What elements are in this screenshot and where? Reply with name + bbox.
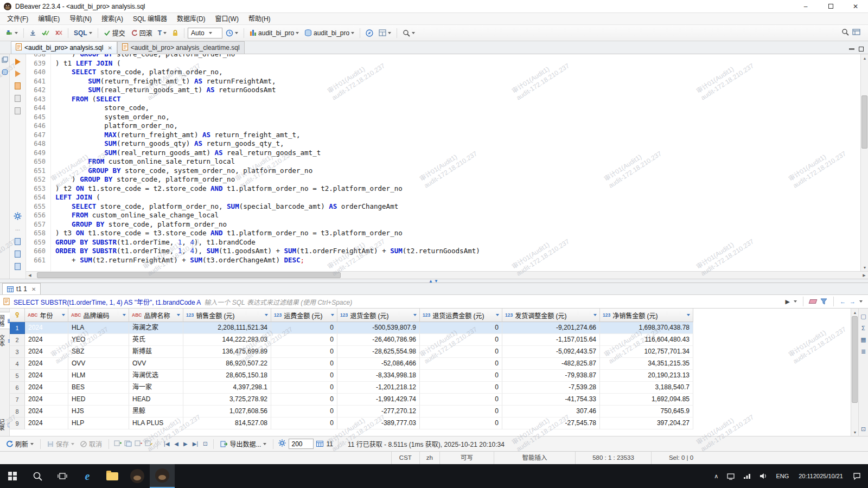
cell[interactable]: 2024 [25, 370, 68, 382]
cell[interactable]: -1,991,429.74 [337, 394, 420, 406]
history-forward-icon[interactable]: → [850, 298, 856, 305]
lock-button[interactable] [170, 28, 181, 37]
tray-expand-chevron[interactable]: ∧ [710, 464, 723, 488]
editor-code[interactable]: ) GROUP BY store_code, platform_order_no… [51, 54, 860, 271]
output-log-icon[interactable] [15, 263, 21, 270]
edit-value-icon[interactable] [145, 440, 152, 448]
editor-horizontal-scrollbar[interactable]: ◀ ▶ [26, 271, 868, 279]
cell[interactable]: 斯搏兹 [129, 346, 183, 358]
disconnect-button[interactable] [53, 28, 65, 37]
column-header-3[interactable]: 123销售金额 (元) [183, 309, 271, 322]
connect-button[interactable] [27, 28, 39, 37]
tray-device-icon[interactable] [723, 464, 739, 488]
add-row-icon[interactable] [114, 440, 122, 448]
execute-query-icon[interactable] [15, 59, 21, 65]
column-header-8[interactable]: 123净销售金额 (元) [600, 309, 693, 322]
column-filter-caret[interactable] [593, 314, 597, 316]
scroll-left-arrow[interactable]: ◀ [26, 272, 34, 279]
cell[interactable]: SBZ [68, 346, 129, 358]
cell[interactable]: 0 [271, 394, 337, 406]
cell[interactable]: OVV [68, 358, 129, 370]
schema-select[interactable]: audit_bi_pro [302, 28, 356, 38]
cell[interactable]: YEO [68, 334, 129, 346]
cell[interactable]: 136,475,699.89 [183, 346, 271, 358]
apply-filter-icon[interactable]: ▶ [786, 298, 790, 305]
column-filter-caret[interactable] [413, 314, 417, 316]
cell[interactable]: -482,825.87 [502, 358, 600, 370]
dbeaver-active-taskbar-button[interactable] [150, 464, 175, 488]
cell[interactable]: 0 [420, 370, 502, 382]
menu-item-7[interactable]: 帮助(H) [244, 13, 276, 25]
cell[interactable]: 102,757,701.34 [600, 346, 693, 358]
maximize-view-icon[interactable] [859, 47, 864, 52]
result-settings-gear-icon[interactable] [278, 439, 286, 448]
cell[interactable]: -1,201,218.12 [337, 382, 420, 394]
cell[interactable]: -26,460,786.96 [337, 334, 420, 346]
editor-tab-1[interactable]: <audit_bi_pro> analysis_cleartime.sql [117, 41, 245, 54]
minimize-button[interactable]: – [793, 0, 818, 12]
metadata-panel-icon[interactable]: ▦ [860, 336, 866, 343]
column-header-5[interactable]: 123退货金额 (元) [337, 309, 420, 322]
cell[interactable]: 2024 [25, 406, 68, 418]
editor-tab-0[interactable]: <audit_bi_pro> analysis.sql✕ [11, 41, 117, 54]
cell[interactable]: 3,188,540.7 [600, 382, 693, 394]
cell[interactable]: 307.46 [502, 406, 600, 418]
cell[interactable]: 2024 [25, 418, 68, 429]
cell[interactable]: 28,605,150.18 [183, 370, 271, 382]
column-filter-caret[interactable] [331, 314, 334, 316]
cell[interactable]: -28,625,554.98 [337, 346, 420, 358]
aggregate-panel-icon[interactable]: Σ [861, 325, 865, 331]
column-header-7[interactable]: 123发货调整金额 (元) [502, 309, 600, 322]
cell[interactable]: -500,539,807.9 [337, 322, 420, 334]
cell[interactable]: 2024 [25, 322, 68, 334]
history-caret[interactable] [859, 300, 863, 303]
cell[interactable]: -277,270.12 [337, 406, 420, 418]
cell[interactable]: -5,092,443.57 [502, 346, 600, 358]
table-row[interactable]: 22024YEO英氏144,222,283.030-26,460,786.960… [10, 334, 851, 346]
quick-access-search-icon[interactable] [841, 28, 849, 37]
table-row[interactable]: 52024HLM海澜优选28,605,150.180-8,334,998.180… [10, 370, 851, 382]
cell[interactable]: OVV [129, 358, 183, 370]
filter-placeholder[interactable]: 输入一个 SQL 表达式来过滤结果 (使用 Ctrl+Space) [204, 297, 782, 306]
cell[interactable]: 0 [271, 334, 337, 346]
fetch-size-input[interactable] [289, 439, 314, 449]
close-button[interactable]: ✕ [843, 0, 868, 12]
cell[interactable]: 0 [271, 418, 337, 429]
cell[interactable]: HLA PLUS [129, 418, 183, 429]
column-filter-caret[interactable] [177, 314, 180, 316]
filter-history-caret[interactable] [794, 300, 797, 303]
scroll-down-arrow[interactable]: ▼ [861, 264, 868, 271]
cell[interactable]: 2024 [25, 358, 68, 370]
cell[interactable]: 814,527.08 [183, 418, 271, 429]
cell[interactable]: 2024 [25, 346, 68, 358]
clock[interactable]: 20:11 2025/10/21 [793, 464, 848, 488]
cell[interactable]: 英氏 [129, 334, 183, 346]
column-header-6[interactable]: 123退货运费金额 (元) [420, 309, 502, 322]
cell[interactable]: 20,190,213.13 [600, 370, 693, 382]
cell[interactable]: 2024 [25, 394, 68, 406]
cell[interactable]: -389,777.03 [337, 418, 420, 429]
table-row[interactable]: 42024OVVOVV86,920,507.220-52,086,4660-48… [10, 358, 851, 370]
column-filter-caret[interactable] [496, 314, 499, 316]
execute-script-icon[interactable] [15, 82, 21, 89]
minimize-view-icon[interactable] [849, 48, 854, 50]
cell[interactable]: HJS [68, 406, 129, 418]
database-select[interactable]: audit_bi_pro [247, 28, 301, 38]
cell[interactable]: 0 [420, 406, 502, 418]
cell[interactable]: 116,604,480.43 [600, 334, 693, 346]
grid-corner-cell[interactable] [10, 309, 25, 322]
menu-item-4[interactable]: SQL 编辑器 [128, 13, 172, 25]
refresh-button[interactable]: 刷新 [4, 438, 35, 450]
table-row[interactable]: 62024BES海一家4,397,298.10-1,201,218.120-7,… [10, 382, 851, 394]
next-row-icon[interactable]: ▶ [182, 441, 189, 447]
menu-item-6[interactable]: 窗口(W) [210, 13, 244, 25]
cell[interactable]: 397,204.27 [600, 418, 693, 429]
table-row[interactable]: 82024HJS黑鲸1,027,608.560-277,270.120307.4… [10, 406, 851, 418]
cell[interactable]: 0 [420, 346, 502, 358]
task-view-button[interactable] [50, 464, 75, 488]
grid-vertical-scrollbar[interactable]: ▲ ▼ [851, 309, 858, 436]
cell[interactable]: 4,397,298.1 [183, 382, 271, 394]
internet-explorer-button[interactable]: e [75, 464, 100, 488]
cell[interactable]: 1,698,370,438.78 [600, 322, 693, 334]
column-filter-caret[interactable] [62, 314, 65, 316]
